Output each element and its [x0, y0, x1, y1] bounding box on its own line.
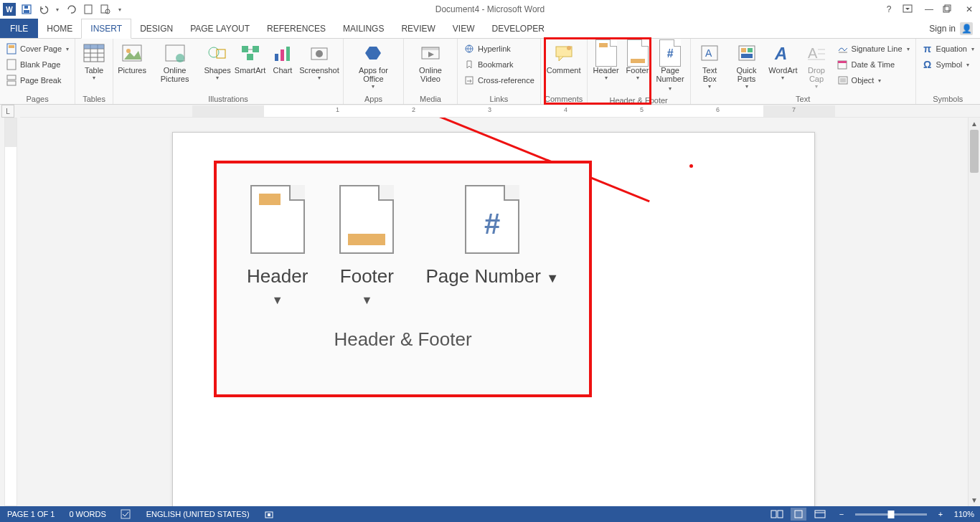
online-video-button[interactable]: Online Video — [407, 40, 454, 85]
callout-footer-icon — [339, 185, 394, 254]
group-media: Online Video Media — [404, 39, 458, 104]
view-read-button[interactable] — [769, 508, 785, 521]
qat-redo-button[interactable] — [65, 3, 77, 16]
svg-rect-29 — [247, 54, 253, 60]
tab-review[interactable]: REVIEW — [392, 19, 443, 38]
tab-mailings[interactable]: MAILINGS — [334, 19, 392, 38]
sign-in-link[interactable]: Sign in — [929, 24, 956, 34]
svg-rect-26 — [217, 49, 225, 58]
svg-rect-61 — [778, 511, 783, 518]
svg-rect-38 — [466, 77, 473, 84]
qat-customize-dropdown[interactable]: ▾ — [116, 3, 123, 16]
smartart-button[interactable]: SmartArt — [233, 40, 267, 76]
page-break-icon — [6, 75, 17, 86]
signature-line-button[interactable]: Signature Line▾ — [837, 42, 910, 56]
page-break-button[interactable]: Page Break — [6, 73, 69, 87]
hyperlink-button[interactable]: Hyperlink — [463, 42, 534, 56]
svg-rect-36 — [422, 47, 439, 50]
qat-preview-button[interactable] — [99, 3, 112, 16]
tab-design[interactable]: DESIGN — [131, 19, 182, 38]
symbol-button[interactable]: ΩSymbol▾ — [922, 57, 974, 72]
screenshot-icon — [308, 42, 331, 65]
equation-button[interactable]: πEquation▾ — [922, 42, 974, 56]
equation-icon: π — [922, 43, 933, 54]
quick-parts-button[interactable]: Quick Parts▾ — [726, 40, 768, 91]
quick-parts-icon — [735, 42, 758, 65]
svg-point-40 — [567, 46, 571, 50]
status-page[interactable]: PAGE 1 OF 1 — [0, 510, 62, 518]
zoom-level[interactable]: 110% — [954, 510, 974, 518]
shapes-button[interactable]: Shapes▾ — [202, 40, 233, 82]
horizontal-ruler[interactable]: 1 2 3 4 5 6 7 — [20, 105, 980, 118]
status-words[interactable]: 0 WORDS — [62, 510, 113, 518]
scroll-down-button[interactable]: ▼ — [969, 494, 980, 506]
chart-button[interactable]: Chart — [267, 40, 298, 76]
qat-undo-dropdown[interactable]: ▾ — [55, 3, 60, 16]
zoom-slider[interactable] — [855, 513, 927, 516]
svg-rect-1 — [24, 10, 29, 13]
status-macro[interactable] — [257, 509, 281, 519]
scroll-thumb[interactable] — [970, 130, 979, 173]
tab-developer[interactable]: DEVELOPER — [483, 19, 552, 38]
svg-rect-63 — [815, 511, 825, 518]
svg-rect-44 — [741, 48, 746, 52]
qat-save-button[interactable] — [20, 3, 33, 16]
status-language[interactable]: ENGLISH (UNITED STATES) — [139, 510, 257, 518]
callout-header-item: Header ▼ — [247, 185, 308, 307]
chevron-down-icon: ▼ — [272, 294, 283, 307]
table-button[interactable]: Table▾ — [78, 40, 110, 82]
user-avatar-icon: 👤 — [960, 22, 973, 35]
zoom-out-button[interactable]: − — [834, 508, 849, 521]
tab-insert[interactable]: INSERT — [81, 19, 131, 39]
tab-page-layout[interactable]: PAGE LAYOUT — [182, 19, 258, 38]
view-web-button[interactable] — [812, 508, 828, 521]
maximize-button[interactable] — [943, 4, 956, 14]
ribbon-display-button[interactable] — [903, 4, 915, 14]
footer-icon — [626, 42, 649, 65]
online-pictures-icon — [164, 42, 187, 65]
svg-rect-2 — [24, 6, 28, 9]
svg-rect-31 — [281, 49, 284, 61]
tab-home[interactable]: HOME — [38, 19, 81, 38]
cross-reference-button[interactable]: Cross-reference — [463, 73, 534, 87]
page-number-button[interactable]: #PageNumber ▾ — [654, 40, 687, 95]
vertical-ruler[interactable] — [4, 118, 17, 506]
status-spellcheck[interactable] — [113, 509, 139, 519]
tab-file[interactable]: FILE — [0, 19, 38, 38]
group-symbols: πEquation▾ ΩSymbol▾ Symbols — [916, 39, 980, 104]
tab-view[interactable]: VIEW — [444, 19, 484, 38]
scroll-up-button[interactable]: ▲ — [969, 118, 980, 130]
help-button[interactable]: ? — [882, 4, 895, 14]
online-pictures-button[interactable]: Online Pictures — [148, 40, 202, 85]
tab-selector-button[interactable]: L — [1, 105, 14, 118]
qat-new-button[interactable] — [82, 3, 95, 16]
quick-access-toolbar: W ▾ ▾ — [0, 3, 123, 16]
zoom-in-button[interactable]: + — [933, 508, 948, 521]
date-time-icon — [837, 59, 849, 70]
svg-rect-57 — [121, 510, 130, 518]
view-print-button[interactable] — [791, 508, 806, 521]
cursor-mark — [689, 164, 693, 168]
text-box-button[interactable]: AText Box▾ — [694, 40, 726, 91]
minimize-button[interactable]: — — [923, 4, 936, 14]
symbol-icon: Ω — [922, 59, 933, 70]
qat-undo-button[interactable] — [37, 3, 50, 16]
header-button[interactable]: Header▾ — [590, 40, 622, 82]
bookmark-button[interactable]: Bookmark — [463, 57, 534, 72]
close-button[interactable]: ✕ — [963, 4, 976, 14]
pictures-button[interactable]: Pictures — [116, 40, 148, 76]
wordart-button[interactable]: AWordArt▾ — [767, 40, 798, 82]
annotation-callout-box: Header ▼ Footer ▼ # Page Number ▼ Header… — [214, 161, 592, 397]
drop-cap-button[interactable]: ADrop Cap▾ — [798, 40, 834, 91]
cover-page-icon — [6, 43, 17, 54]
footer-button[interactable]: Footer▾ — [622, 40, 654, 82]
screenshot-button[interactable]: Screenshot▾ — [298, 40, 340, 82]
apps-for-office-button[interactable]: Apps for Office▾ — [347, 40, 400, 91]
vertical-scrollbar[interactable]: ▲ ▼ — [968, 118, 980, 506]
cover-page-button[interactable]: Cover Page▾ — [6, 42, 69, 56]
object-button[interactable]: Object▾ — [837, 73, 910, 87]
comment-button[interactable]: Comment — [544, 40, 584, 76]
date-time-button[interactable]: Date & Time — [837, 57, 910, 72]
tab-references[interactable]: REFERENCES — [258, 19, 334, 38]
blank-page-button[interactable]: Blank Page — [6, 57, 69, 72]
